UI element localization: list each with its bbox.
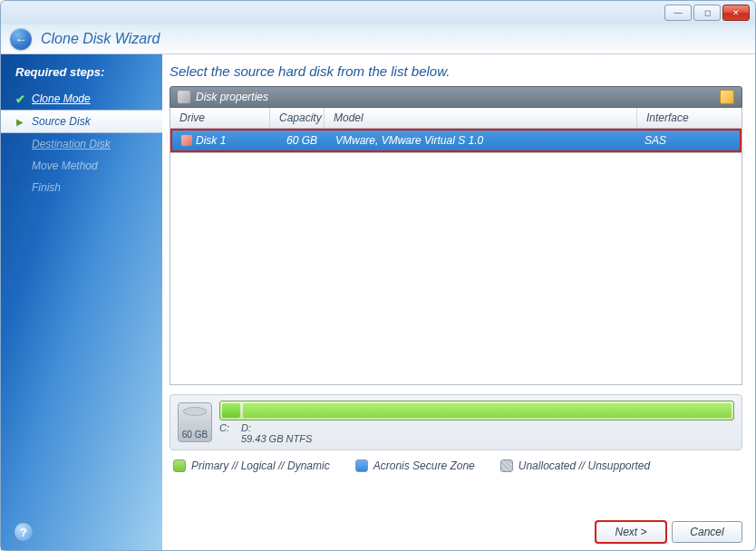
cell-model: VMware, VMware Virtual S 1.0 bbox=[326, 132, 635, 149]
table-row[interactable]: Disk 1 60 GB VMware, VMware Virtual S 1.… bbox=[170, 129, 741, 152]
help-icon: ? bbox=[20, 526, 27, 539]
panel-title-label: Disk properties bbox=[196, 91, 268, 103]
next-button[interactable]: Next > bbox=[596, 521, 666, 543]
check-icon bbox=[14, 92, 26, 105]
column-chooser-icon[interactable] bbox=[720, 90, 734, 104]
step-label: Destination Disk bbox=[32, 138, 111, 150]
partition-d-label: D: bbox=[241, 422, 251, 433]
main-content: Select the source hard disk from the lis… bbox=[162, 54, 755, 550]
help-button[interactable]: ? bbox=[14, 522, 34, 542]
legend-unallocated: Unallocated // Unsupported bbox=[500, 459, 650, 472]
panel-title-bar: Disk properties bbox=[170, 86, 742, 108]
table-header: Drive Capacity Model Interface bbox=[170, 108, 741, 129]
minimize-icon: — bbox=[674, 8, 683, 17]
swatch-unalloc-icon bbox=[500, 459, 513, 472]
step-source-disk[interactable]: Source Disk bbox=[1, 110, 162, 133]
back-button[interactable]: ← bbox=[10, 28, 32, 50]
cancel-button[interactable]: Cancel bbox=[672, 521, 742, 543]
col-capacity[interactable]: Capacity bbox=[270, 108, 325, 128]
swatch-primary-icon bbox=[173, 459, 186, 472]
titlebar: — ◻ ✕ bbox=[1, 1, 755, 24]
step-label: Move Method bbox=[32, 160, 98, 172]
partition-c[interactable] bbox=[222, 403, 240, 418]
partition-track[interactable] bbox=[219, 401, 734, 420]
legend-primary: Primary // Logical // Dynamic bbox=[173, 459, 330, 472]
close-icon: ✕ bbox=[732, 8, 740, 17]
header: ← Clone Disk Wizard bbox=[1, 24, 755, 54]
footer: ? Next > Cancel bbox=[1, 521, 755, 543]
step-label: Source Disk bbox=[32, 115, 91, 128]
step-clone-mode[interactable]: Clone Mode bbox=[1, 88, 162, 110]
maximize-icon: ◻ bbox=[704, 8, 711, 17]
partition-d[interactable] bbox=[243, 403, 732, 418]
disk-icon bbox=[181, 135, 192, 146]
cell-capacity: 60 GB bbox=[272, 132, 326, 149]
arrow-icon bbox=[14, 115, 26, 128]
legend-secure: Acronis Secure Zone bbox=[355, 459, 475, 472]
maximize-button[interactable]: ◻ bbox=[693, 5, 721, 21]
disk-layout-bar: 60 GB C: D: 59.43 GB NTFS bbox=[170, 394, 742, 450]
disk-table: Drive Capacity Model Interface Disk 1 60… bbox=[170, 108, 742, 153]
disk-cylinder-icon: 60 GB bbox=[178, 402, 212, 442]
col-model[interactable]: Model bbox=[325, 108, 637, 128]
step-label: Finish bbox=[32, 181, 61, 194]
wizard-title: Clone Disk Wizard bbox=[41, 31, 160, 47]
back-arrow-icon: ← bbox=[15, 33, 27, 46]
step-move-method: Move Method bbox=[1, 155, 162, 177]
sidebar-header: Required steps: bbox=[1, 65, 162, 88]
col-drive[interactable]: Drive bbox=[170, 108, 270, 128]
cell-interface: SAS bbox=[635, 132, 740, 149]
col-interface[interactable]: Interface bbox=[637, 108, 741, 128]
sidebar: Required steps: Clone Mode Source Disk D… bbox=[1, 54, 162, 550]
partition-d-size: 59.43 GB NTFS bbox=[241, 433, 312, 444]
wizard-window: — ◻ ✕ ← Clone Disk Wizard Required steps… bbox=[0, 0, 756, 551]
step-destination-disk[interactable]: Destination Disk bbox=[1, 133, 162, 155]
close-button[interactable]: ✕ bbox=[722, 5, 750, 21]
disk-total-size: 60 GB bbox=[182, 430, 208, 440]
table-body-empty bbox=[170, 153, 742, 385]
cell-drive: Disk 1 bbox=[172, 132, 272, 149]
disk-properties-icon bbox=[178, 91, 190, 103]
partition-c-label: C: bbox=[219, 422, 241, 444]
step-finish: Finish bbox=[1, 177, 162, 198]
step-label: Clone Mode bbox=[32, 92, 91, 105]
legend: Primary // Logical // Dynamic Acronis Se… bbox=[170, 459, 742, 472]
swatch-secure-icon bbox=[355, 459, 368, 472]
minimize-button[interactable]: — bbox=[664, 5, 692, 21]
instruction-text: Select the source hard disk from the lis… bbox=[170, 63, 742, 79]
